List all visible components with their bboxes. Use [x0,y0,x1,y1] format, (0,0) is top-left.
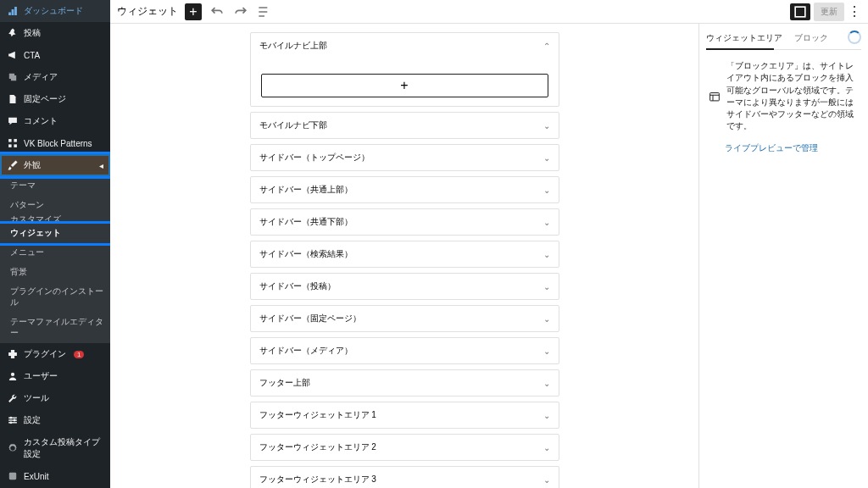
submenu-customize[interactable]: カスタマイズ [0,215,110,224]
widget-area-header[interactable]: サイドバー（検索結果）⌄ [251,241,559,267]
widget-area-header[interactable]: サイドバー（共通上部）⌄ [251,177,559,202]
spinner-icon [848,30,861,44]
tab-widget-area[interactable]: ウィジェットエリア [706,32,782,44]
widget-area-collapsed: フッターウィジェットエリア 1⌄ [250,402,559,429]
sidebar-label: プラグイン [24,348,66,360]
submenu-themes[interactable]: テーマ [0,176,110,196]
editor-topbar: ウィジェット + 更新 ⋮ [110,0,868,24]
submenu-menus[interactable]: メニュー [0,243,110,263]
widget-area-header[interactable]: サイドバー（共通下部）⌄ [251,209,559,235]
widget-area-title: モバイルナビ下部 [259,119,327,131]
submenu-widgets[interactable]: ウィジェット [0,224,110,243]
svg-point-10 [10,421,13,424]
submenu-patterns[interactable]: パターン [0,196,110,215]
plugin-icon [7,348,19,360]
chevron-left-icon: ◂ [99,161,103,170]
sidebar-label: VK Block Patterns [24,139,92,148]
preview-button[interactable] [790,3,810,20]
svg-rect-1 [14,139,17,142]
chevron-down-icon: ⌄ [543,153,550,163]
sidebar-item-exunit[interactable]: ExUnit [0,465,110,487]
grid-icon [7,137,19,149]
widget-area-header[interactable]: フッターウィジェットエリア 3⌄ [251,467,559,488]
widget-area-collapsed: モバイルナビ下部⌄ [250,112,559,139]
svg-point-4 [11,373,14,376]
svg-rect-0 [8,139,12,142]
svg-rect-14 [710,93,720,101]
svg-point-8 [10,417,13,419]
chevron-down-icon: ⌄ [543,475,550,485]
widget-area-collapsed: フッターウィジェットエリア 3⌄ [250,466,559,488]
widget-area-header[interactable]: フッターウィジェットエリア 2⌄ [251,435,559,460]
sidebar-label: カスタム投稿タイプ設定 [24,436,103,460]
sidebar-item-settings[interactable]: 設定 [0,409,110,431]
widget-area-title: サイドバー（検索結果） [259,248,353,260]
widget-area-header[interactable]: サイドバー（投稿）⌄ [251,274,559,299]
chevron-down-icon: ⌄ [543,411,550,420]
sidebar-item-posts[interactable]: 投稿 [0,22,110,44]
chevron-down-icon: ⌄ [543,379,550,388]
sidebar-item-tools[interactable]: ツール [0,387,110,409]
sidebar-label: 投稿 [24,27,41,39]
undo-button[interactable] [209,3,225,20]
widget-area-collapsed: フッター上部⌄ [250,369,559,396]
sidebar-item-pages[interactable]: 固定ページ [0,88,110,110]
sidebar-label: メディア [24,71,58,83]
submenu-background[interactable]: 背景 [0,263,110,282]
chevron-down-icon: ⌄ [543,314,550,324]
sidebar-item-vkblocks[interactable]: VK Block Patterns [0,132,110,154]
sidebar-item-comments[interactable]: コメント [0,110,110,132]
widget-area-collapsed: サイドバー（メディア）⌄ [250,337,559,364]
update-button[interactable]: 更新 [814,3,844,21]
widget-editor: モバイルナビ上部 ⌃ + モバイルナビ下部⌄サイドバー（トップページ）⌄サイドバ… [110,24,698,488]
widget-area-title: フッター上部 [259,377,310,389]
widget-area-header[interactable]: サイドバー（固定ページ）⌄ [251,306,559,331]
widget-area-header[interactable]: サイドバー（トップページ）⌄ [251,145,559,170]
add-block-inline-button[interactable]: + [261,74,548,97]
sidebar-item-media[interactable]: メディア [0,66,110,88]
tab-block[interactable]: ブロック [794,32,828,44]
sidebar-item-cta[interactable]: CTA [0,44,110,66]
inspector-description: 「ブロックエリア」は、サイトレイアウト内にあるブロックを挿入可能なグローバルな領… [726,60,860,133]
submenu-plugin-install[interactable]: プラグインのインストール [0,282,110,313]
media-icon [7,71,19,83]
sidebar-label: ツール [24,392,49,404]
chevron-down-icon: ⌄ [543,218,550,227]
chevron-down-icon: ⌄ [543,347,550,356]
submenu-theme-editor[interactable]: テーマファイルエディター [0,313,110,343]
settings-icon [7,414,19,426]
widget-area-header[interactable]: フッター上部⌄ [251,370,559,396]
chevron-down-icon: ⌄ [543,121,550,130]
widget-area-header[interactable]: モバイルナビ下部⌄ [251,113,559,138]
sidebar-item-users[interactable]: ユーザー [0,365,110,387]
live-preview-link[interactable]: ライブプレビューで管理 [725,143,818,154]
widget-area-header[interactable]: モバイルナビ上部 ⌃ [251,33,559,58]
sidebar-label: CTA [24,51,40,60]
sidebar-label: ExUnit [24,472,48,481]
widget-area-collapsed: サイドバー（トップページ）⌄ [250,144,559,171]
chevron-down-icon: ⌄ [543,443,550,452]
widget-area-header[interactable]: フッターウィジェットエリア 1⌄ [251,402,559,428]
list-view-button[interactable] [256,3,273,20]
widget-area-title: フッターウィジェットエリア 1 [259,409,376,421]
sidebar-item-dashboard[interactable]: ダッシュボード [0,0,110,22]
chevron-down-icon: ⌄ [543,250,550,259]
more-menu-button[interactable]: ⋮ [848,3,861,20]
plus-icon: + [400,78,408,93]
update-badge: 1 [74,351,84,358]
pin-icon [7,27,19,39]
svg-rect-3 [14,144,17,147]
user-icon [7,370,19,382]
inspector-tabs: ウィジェットエリア ブロック [706,32,861,50]
sidebar-item-cpt[interactable]: カスタム投稿タイプ設定 [0,431,110,465]
settings-inspector: ウィジェットエリア ブロック 「ブロックエリア」は、サイトレイアウト内にあるブロ… [698,24,868,488]
widget-area-title: サイドバー（投稿） [259,280,336,292]
add-block-button[interactable]: + [185,3,202,20]
sidebar-item-plugins[interactable]: プラグイン 1 [0,343,110,365]
exunit-icon [7,470,19,482]
widget-area-title: フッターウィジェットエリア 2 [259,441,376,453]
widget-area-header[interactable]: サイドバー（メディア）⌄ [251,338,559,363]
sidebar-item-appearance[interactable]: 外観 ◂ [0,154,110,176]
tools-icon [7,392,19,404]
redo-button[interactable] [232,3,249,20]
